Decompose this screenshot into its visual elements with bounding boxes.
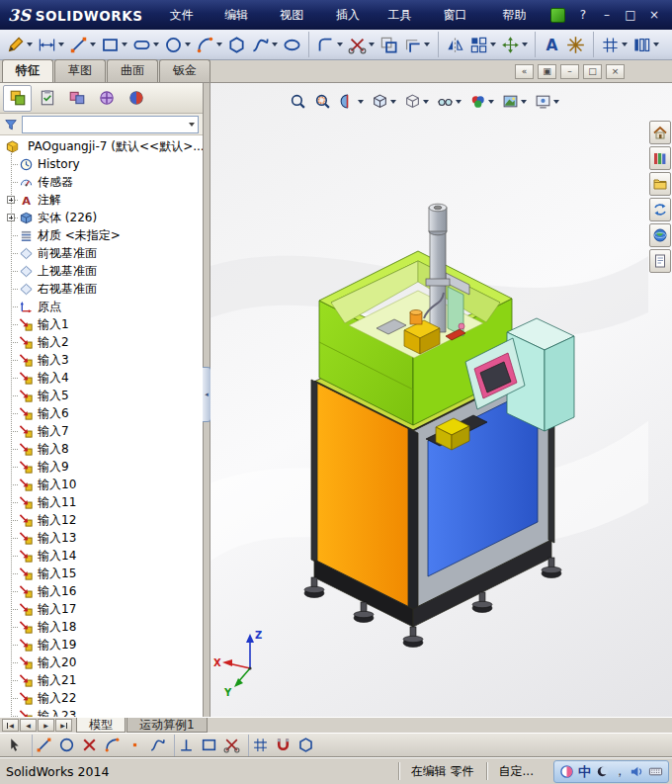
menu-item[interactable]: 插入(I) xyxy=(327,0,378,30)
command-tab[interactable]: 草图 xyxy=(54,59,106,82)
panel-splitter[interactable]: ◂ xyxy=(204,83,210,717)
tree-item[interactable]: 输入13 xyxy=(0,529,203,547)
speaker-icon[interactable] xyxy=(630,764,644,779)
taskpane-tab[interactable] xyxy=(649,121,671,144)
panel-tab[interactable] xyxy=(92,85,121,112)
sketch-tool-button[interactable] xyxy=(55,735,78,756)
sketch-tool-button[interactable] xyxy=(124,735,146,756)
document-window-button[interactable]: × xyxy=(606,64,625,79)
tree-item[interactable]: 输入9 xyxy=(0,458,203,476)
tree-item[interactable]: 材质 <未指定> xyxy=(0,226,203,244)
toolbar-button[interactable] xyxy=(498,32,530,57)
panel-tab[interactable] xyxy=(62,85,91,112)
dropdown-caret-icon[interactable] xyxy=(653,43,659,46)
tree-item[interactable]: 输入18 xyxy=(0,618,203,636)
dropdown-caret-icon[interactable] xyxy=(522,43,528,46)
dropdown-caret-icon[interactable] xyxy=(369,43,375,46)
dropdown-caret-icon[interactable] xyxy=(456,100,462,104)
sketch-tool-button[interactable] xyxy=(146,735,169,756)
ime-logo-icon[interactable] xyxy=(559,764,574,779)
toolbar-button[interactable] xyxy=(35,32,66,57)
menu-item[interactable]: 帮助(H) xyxy=(494,0,550,30)
dropdown-caret-icon[interactable] xyxy=(553,100,559,104)
expand-plus-icon[interactable] xyxy=(7,214,15,221)
toolbar-button[interactable] xyxy=(535,32,564,57)
headsup-button[interactable] xyxy=(500,92,529,111)
toolbar-button[interactable] xyxy=(193,32,224,57)
menu-item[interactable]: 窗口(W) xyxy=(434,0,493,30)
tab-scroll-button[interactable]: ▶ xyxy=(55,719,72,732)
toolbar-button[interactable] xyxy=(98,32,129,57)
menu-item[interactable]: 视图(V) xyxy=(271,0,327,30)
sketch-tool-button[interactable] xyxy=(78,735,101,756)
tree-item[interactable]: 输入23 xyxy=(0,707,203,717)
dropdown-caret-icon[interactable] xyxy=(153,43,159,46)
toolbar-button[interactable] xyxy=(280,32,303,57)
sketch-tool-button[interactable] xyxy=(174,735,198,756)
toolbar-button[interactable] xyxy=(161,32,193,57)
tree-item[interactable]: 输入20 xyxy=(0,653,203,671)
ime-punctuation-indicator[interactable]: ， xyxy=(614,763,626,780)
menu-item[interactable]: 文件(F) xyxy=(161,0,216,30)
tree-item[interactable]: 输入16 xyxy=(0,582,203,600)
tree-item[interactable]: 实体 (226) xyxy=(0,209,203,226)
ime-mode-indicator[interactable]: 中 xyxy=(578,764,591,779)
toolbar-button[interactable] xyxy=(564,32,588,57)
taskpane-tab[interactable] xyxy=(649,146,671,170)
tree-item[interactable]: 输入10 xyxy=(0,476,203,493)
tree-item[interactable]: 右视基准面 xyxy=(0,280,203,298)
filter-dropdown-caret-icon[interactable] xyxy=(189,123,195,127)
tree-filter-input[interactable] xyxy=(22,116,199,133)
menu-item[interactable]: 工具(T) xyxy=(378,0,434,30)
tree-item[interactable]: 输入17 xyxy=(0,600,203,618)
toolbar-button[interactable] xyxy=(3,32,35,57)
headsup-button[interactable] xyxy=(467,92,496,111)
toolbar-button[interactable] xyxy=(248,32,280,57)
headsup-button[interactable] xyxy=(337,92,366,111)
dropdown-caret-icon[interactable] xyxy=(358,100,364,104)
help-button[interactable]: ? xyxy=(573,7,593,24)
toolbar-button[interactable] xyxy=(308,32,346,57)
tree-item[interactable]: 输入14 xyxy=(0,547,203,565)
toolbar-button[interactable] xyxy=(66,32,98,57)
tree-item[interactable]: 原点 xyxy=(0,298,203,315)
dropdown-caret-icon[interactable] xyxy=(58,43,64,46)
command-tab[interactable]: 特征 xyxy=(2,59,53,82)
headsup-button[interactable] xyxy=(402,92,431,111)
sketch-tool-button[interactable] xyxy=(32,735,55,756)
menu-item[interactable]: 编辑(E) xyxy=(215,0,271,30)
dropdown-caret-icon[interactable] xyxy=(521,100,527,104)
minimize-button[interactable]: – xyxy=(597,7,617,24)
sketch-tool-button[interactable] xyxy=(248,735,272,756)
toolbar-button[interactable] xyxy=(129,32,161,57)
headsup-button[interactable] xyxy=(435,92,463,111)
dropdown-caret-icon[interactable] xyxy=(390,100,396,104)
toolbar-button[interactable] xyxy=(378,32,401,57)
sketch-tool-button[interactable] xyxy=(101,735,124,756)
tab-scroll-button[interactable]: ◀ xyxy=(20,719,37,732)
tree-item[interactable]: 传感器 xyxy=(0,173,203,191)
tree-item[interactable]: 输入2 xyxy=(0,333,203,351)
dropdown-caret-icon[interactable] xyxy=(216,43,222,46)
close-button[interactable]: × xyxy=(644,7,664,24)
maximize-button[interactable]: □ xyxy=(621,7,640,24)
tree-item[interactable]: 输入7 xyxy=(0,422,203,440)
soft-keyboard-icon[interactable] xyxy=(648,764,663,779)
document-window-button[interactable]: □ xyxy=(583,64,602,79)
sketch-tool-button[interactable] xyxy=(220,735,243,756)
document-window-button[interactable]: – xyxy=(560,64,579,79)
command-tab[interactable]: 钣金 xyxy=(159,59,210,82)
tree-item[interactable]: 输入15 xyxy=(0,565,203,582)
panel-tab[interactable] xyxy=(3,85,32,112)
toolbar-button[interactable] xyxy=(346,32,378,57)
document-tab[interactable]: 模型 xyxy=(76,718,126,733)
document-tab[interactable]: 运动算例1 xyxy=(126,718,208,733)
sketch-tool-button[interactable] xyxy=(272,735,294,756)
tree-item[interactable]: 输入1 xyxy=(0,315,203,333)
tree-item[interactable]: 前视基准面 xyxy=(0,244,203,262)
graphics-area[interactable]: X Y Z xyxy=(210,83,672,717)
tree-item[interactable]: 注解 xyxy=(0,191,203,209)
dropdown-caret-icon[interactable] xyxy=(490,43,496,46)
toolbar-button[interactable] xyxy=(593,32,630,57)
tree-item[interactable]: 输入12 xyxy=(0,511,203,529)
